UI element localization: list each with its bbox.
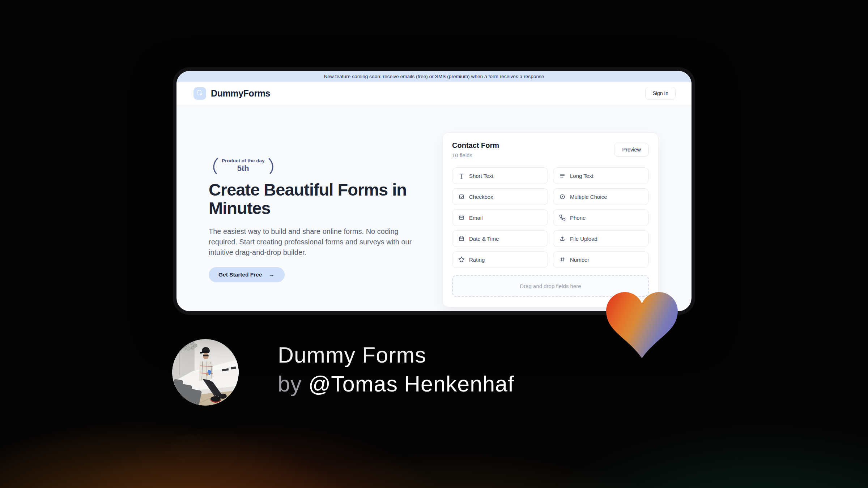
avatar-photo [172, 339, 239, 406]
star-icon [458, 256, 465, 263]
field-label: Short Text [469, 173, 493, 179]
field-type-file-upload[interactable]: File Upload [553, 230, 649, 247]
laurel-left-icon [209, 156, 220, 175]
heart-icon [606, 292, 678, 358]
field-label: Rating [469, 257, 485, 263]
hero-section: Product of the day 5th [209, 156, 418, 282]
field-label: Checkbox [469, 194, 493, 200]
field-type-long-text[interactable]: Long Text [553, 167, 649, 184]
field-label: Email [469, 215, 483, 221]
maker-avatar [172, 339, 239, 406]
short-text-icon [458, 172, 465, 179]
field-type-multiple-choice[interactable]: Multiple Choice [553, 188, 649, 205]
card-header: Contact Form 10 fields Preview [452, 141, 649, 160]
page-background: New feature coming soon: receive emails … [0, 0, 868, 488]
award-text: Product of the day 5th [222, 158, 265, 173]
product-of-the-day-badge: Product of the day 5th [209, 156, 278, 175]
app-window-frame: New feature coming soon: receive emails … [173, 67, 695, 315]
field-label: Date & Time [469, 236, 499, 242]
field-label: Number [570, 257, 589, 263]
phone-icon [559, 214, 566, 221]
caption-by-prefix: by [278, 372, 308, 396]
hero-description: The easiest way to build and share onlin… [209, 226, 416, 258]
checkbox-icon [458, 193, 465, 200]
hash-icon [559, 256, 566, 263]
field-type-grid: Short Text Long Text [452, 167, 649, 268]
footer-caption: Dummy Forms by @Tomas Henkenhaf [278, 341, 514, 398]
preview-button[interactable]: Preview [614, 143, 649, 157]
announcement-text: New feature coming soon: receive emails … [324, 74, 544, 79]
field-label: File Upload [570, 236, 597, 242]
field-type-rating[interactable]: Rating [452, 251, 548, 268]
field-type-number[interactable]: Number [553, 251, 649, 268]
hero-heading: Create Beautiful Forms in Minutes [209, 181, 417, 218]
upload-icon [559, 235, 566, 242]
field-label: Multiple Choice [570, 194, 607, 200]
award-line1: Product of the day [222, 158, 265, 163]
multiple-choice-icon [559, 193, 566, 200]
field-type-short-text[interactable]: Short Text [452, 167, 548, 184]
field-label: Long Text [570, 173, 593, 179]
field-label: Phone [570, 215, 586, 221]
brand-name[interactable]: DummyForms [211, 88, 270, 99]
caption-byline: by @Tomas Henkenhaf [278, 369, 514, 398]
dropzone-text: Drag and drop fields here [520, 283, 581, 289]
cursor-select-icon [196, 89, 204, 97]
calendar-icon [458, 235, 465, 242]
app-window: New feature coming soon: receive emails … [176, 71, 692, 311]
form-builder-card: Contact Form 10 fields Preview Short Tex… [442, 132, 659, 307]
get-started-button[interactable]: Get Started Free → [209, 267, 285, 282]
long-text-icon [559, 172, 566, 179]
brand-logo[interactable] [193, 87, 206, 100]
arrow-right-icon: → [269, 271, 275, 278]
field-type-email[interactable]: Email [452, 209, 548, 226]
announcement-banner: New feature coming soon: receive emails … [176, 71, 692, 82]
cta-label: Get Started Free [218, 271, 262, 278]
award-line2: 5th [222, 164, 265, 173]
laurel-right-icon [267, 156, 278, 175]
field-type-checkbox[interactable]: Checkbox [452, 188, 548, 205]
app-header: DummyForms Sign In [176, 82, 692, 105]
field-type-phone[interactable]: Phone [553, 209, 649, 226]
field-type-date-time[interactable]: Date & Time [452, 230, 548, 247]
email-icon [458, 214, 465, 221]
sign-in-button[interactable]: Sign In [645, 87, 676, 100]
caption-title: Dummy Forms [278, 341, 514, 369]
main-content: Product of the day 5th [176, 105, 692, 311]
caption-handle: @Tomas Henkenhaf [308, 372, 514, 396]
